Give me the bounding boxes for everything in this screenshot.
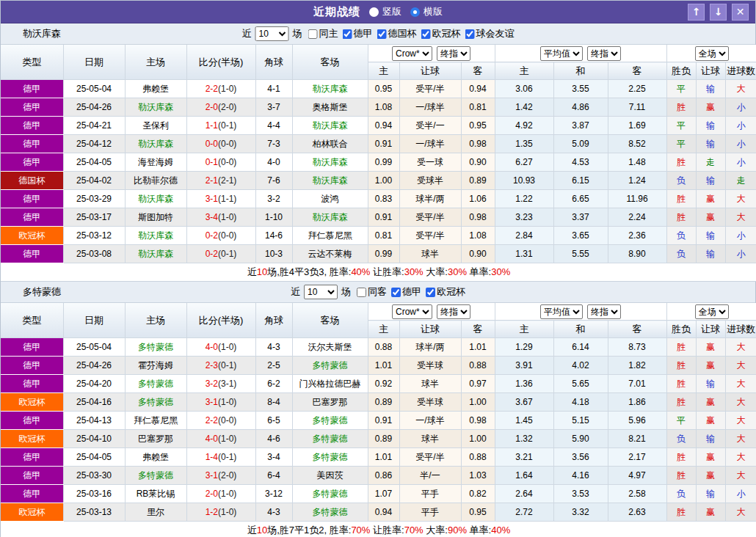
same-venue-checkbox[interactable]	[308, 29, 318, 39]
sub-column-header: 让球	[399, 62, 461, 80]
league-filter-label: 欧冠杯	[432, 27, 461, 40]
halftime-score: (1-0)	[218, 434, 236, 444]
average-source-select[interactable]: 平均值	[540, 46, 583, 61]
result-group-header: 全场	[666, 303, 756, 321]
odds-home: 0.86	[368, 467, 399, 485]
summary-stat-value: 30%	[491, 266, 510, 277]
home-team: 勒沃库森	[125, 135, 186, 153]
odds-home: 0.89	[368, 393, 399, 412]
layout-radio-vertical[interactable]: 竖版	[369, 5, 401, 18]
result-goals: 大	[725, 80, 756, 98]
sub-column-header: 进球数	[725, 62, 756, 80]
avg-away: 1.48	[608, 153, 666, 172]
home-team: 弗赖堡	[125, 448, 186, 467]
score: 1-4(0-1)	[186, 448, 255, 467]
result-outcome: 胜	[666, 448, 696, 467]
summary-stat-label: 近	[247, 525, 257, 536]
average-stage-select[interactable]: 终指	[587, 304, 621, 319]
odds-handicap: 球半	[399, 430, 461, 448]
scope-select[interactable]: 全场	[695, 304, 729, 319]
odds-away: 0.98	[461, 135, 495, 153]
result-handicap: 走	[696, 153, 725, 172]
league-badge: 德甲	[1, 98, 63, 117]
odds-home: 1.00	[368, 172, 399, 190]
column-header: 主场	[125, 303, 186, 338]
scope-select[interactable]: 全场	[695, 46, 729, 61]
match-date: 25-05-04	[63, 80, 125, 98]
fulltime-score: 3-1	[206, 194, 218, 204]
odds-home: 0.91	[368, 135, 399, 153]
league-filter-checkbox[interactable]	[343, 29, 352, 39]
summary-stat-value: 70%	[404, 525, 424, 536]
halftime-score: (2-0)	[218, 102, 236, 112]
odds-home: 0.99	[368, 245, 399, 263]
summary-stat-label: 单率:	[467, 525, 491, 536]
odds-stage-select[interactable]: 终指	[437, 46, 470, 61]
same-venue-checkbox[interactable]	[357, 288, 366, 297]
avg-home: 3.91	[495, 357, 553, 375]
league-badge: 德甲	[1, 80, 63, 98]
odds-away: 1.00	[461, 430, 495, 448]
odds-home: 0.91	[368, 412, 399, 430]
league-filter-checkbox[interactable]	[391, 288, 401, 297]
match-row: 德甲25-04-12勒沃库森0-0(0-0)7-3柏林联合0.91一/球半0.9…	[1, 135, 756, 153]
away-team: 拜仁慕尼黑	[292, 227, 368, 245]
league-filter-checkbox[interactable]	[465, 29, 475, 39]
score: 3-1(1-0)	[186, 393, 255, 412]
away-team: 奥格斯堡	[292, 98, 368, 117]
match-row: 德甲25-04-05弗赖堡1-4(0-1)3-4多特蒙德1.01受平/半0.88…	[1, 448, 756, 467]
average-stage-select[interactable]: 终指	[587, 46, 621, 61]
league-filter-checkbox[interactable]	[421, 29, 431, 39]
sub-column-header: 让球	[696, 321, 725, 338]
match-count-select[interactable]: 10	[304, 285, 338, 299]
league-badge: 德甲	[1, 208, 63, 227]
league-filter-checkbox[interactable]	[426, 288, 435, 297]
sub-column-header: 主	[495, 62, 553, 80]
result-goals: 大	[725, 503, 756, 522]
odds-stage-select[interactable]: 终指	[437, 304, 470, 319]
odds-away: 1.08	[461, 227, 495, 245]
avg-away: 1.24	[608, 172, 666, 190]
match-date: 25-04-12	[63, 135, 125, 153]
away-team: 云达不莱梅	[292, 245, 368, 263]
avg-home: 1.29	[495, 338, 553, 357]
corners: 10-3	[255, 245, 292, 263]
home-team: 多特蒙德	[125, 467, 186, 485]
fulltime-score: 2-0	[206, 102, 218, 112]
league-filter-checkbox[interactable]	[377, 29, 387, 39]
home-team: 勒沃库森	[125, 227, 186, 245]
odds-company-select[interactable]: Crow*	[392, 304, 432, 319]
average-group-header: 平均值终指	[495, 45, 666, 62]
score: 4-0(1-0)	[186, 430, 255, 448]
odds-home: 0.94	[368, 503, 399, 522]
move-down-button[interactable]: ↓	[710, 4, 727, 21]
corners: 4-3	[255, 503, 292, 522]
odds-handicap: 受一球	[399, 153, 461, 172]
avg-home: 1.22	[495, 190, 553, 208]
halftime-score: (0-1)	[218, 452, 236, 462]
close-button[interactable]: ✕	[732, 4, 749, 21]
odds-company-select[interactable]: Crow*	[392, 46, 432, 61]
home-team: 多特蒙德	[125, 375, 186, 393]
column-header: 主场	[125, 45, 186, 80]
league-badge: 欧冠杯	[1, 430, 63, 448]
match-row: 欧冠杯25-03-12勒沃库森0-2(0-0)14-6拜仁慕尼黑0.81受平/半…	[1, 227, 756, 245]
matches-table: 类型日期主场比分(半场)角球客场Crow*终指平均值终指全场主让球客主和客胜负让…	[1, 303, 756, 537]
result-handicap: 输	[696, 485, 725, 503]
match-row: 德甲25-04-26勒沃库森2-0(2-0)3-7奥格斯堡1.08一/球半0.8…	[1, 98, 756, 117]
move-up-button[interactable]: ↑	[688, 4, 705, 21]
halftime-score: (0-0)	[218, 230, 236, 241]
match-count-select[interactable]: 10	[255, 26, 289, 41]
result-handicap: 赢	[696, 98, 725, 117]
avg-away: 1.82	[608, 357, 666, 375]
odds-home: 1.01	[368, 357, 399, 375]
match-row: 德甲25-04-05海登海姆0-1(0-0)4-0勒沃库森0.99受一球0.90…	[1, 153, 756, 172]
odds-away: 0.81	[461, 98, 495, 117]
layout-radio-horizontal[interactable]: 横版	[410, 5, 443, 18]
avg-away: 8.90	[608, 245, 666, 263]
odds-handicap: 受半球	[399, 357, 461, 375]
average-source-select[interactable]: 平均值	[540, 304, 583, 319]
result-goals: 小	[725, 117, 756, 135]
odds-away: 1.01	[461, 338, 495, 357]
home-team: 里尔	[125, 503, 186, 522]
